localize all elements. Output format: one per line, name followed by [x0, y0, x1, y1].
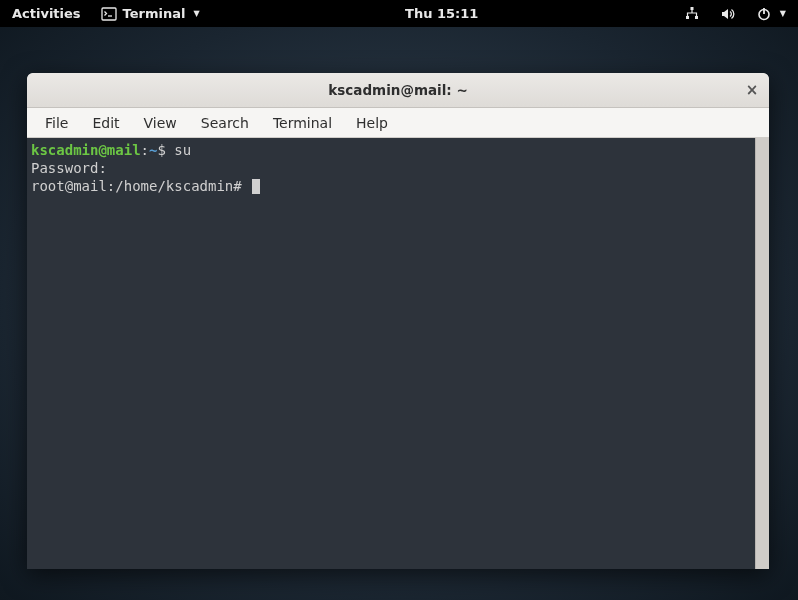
- svg-rect-0: [102, 8, 116, 20]
- menu-edit[interactable]: Edit: [80, 111, 131, 135]
- power-icon: [756, 6, 772, 22]
- clock-label: Thu 15:11: [405, 6, 478, 21]
- terminal-app-icon: [101, 6, 117, 22]
- app-menu[interactable]: Terminal ▼: [97, 6, 204, 22]
- panel-right: ▼: [680, 6, 790, 22]
- volume-icon: [720, 6, 736, 22]
- menu-terminal[interactable]: Terminal: [261, 111, 344, 135]
- prompt-user-host: kscadmin@mail: [31, 142, 141, 158]
- network-icon: [684, 6, 700, 22]
- terminal-content[interactable]: kscadmin@mail:~$ su Password: root@mail:…: [27, 138, 755, 569]
- clock-button[interactable]: Thu 15:11: [401, 6, 482, 21]
- panel-center: Thu 15:11: [401, 6, 482, 21]
- menu-file[interactable]: File: [33, 111, 80, 135]
- activities-button[interactable]: Activities: [8, 6, 85, 21]
- terminal-output-line: Password:: [31, 160, 107, 176]
- command-text: su: [174, 142, 191, 158]
- window-titlebar[interactable]: kscadmin@mail: ~ ×: [27, 73, 769, 108]
- close-button[interactable]: ×: [741, 79, 763, 101]
- svg-rect-4: [695, 16, 698, 19]
- svg-rect-3: [686, 16, 689, 19]
- prompt-sep: :: [141, 142, 149, 158]
- menu-view[interactable]: View: [132, 111, 189, 135]
- prompt-symbol: $: [157, 142, 174, 158]
- panel-left: Activities Terminal ▼: [8, 6, 204, 22]
- svg-rect-2: [690, 7, 693, 10]
- network-indicator[interactable]: [680, 6, 704, 22]
- chevron-down-icon: ▼: [193, 9, 199, 18]
- terminal-cursor: [252, 179, 260, 194]
- activities-label: Activities: [12, 6, 81, 21]
- root-prompt: root@mail:/home/kscadmin#: [31, 178, 250, 194]
- power-indicator[interactable]: ▼: [752, 6, 790, 22]
- menubar: File Edit View Search Terminal Help: [27, 108, 769, 138]
- volume-indicator[interactable]: [716, 6, 740, 22]
- close-icon: ×: [746, 81, 759, 99]
- app-menu-label: Terminal: [123, 6, 186, 21]
- chevron-down-icon: ▼: [780, 9, 786, 18]
- terminal-body: kscadmin@mail:~$ su Password: root@mail:…: [27, 138, 769, 569]
- terminal-scrollbar[interactable]: [755, 138, 769, 569]
- terminal-window: kscadmin@mail: ~ × File Edit View Search…: [27, 73, 769, 569]
- menu-search[interactable]: Search: [189, 111, 261, 135]
- gnome-top-panel: Activities Terminal ▼ Thu 15:11: [0, 0, 798, 27]
- window-title: kscadmin@mail: ~: [328, 82, 467, 98]
- menu-help[interactable]: Help: [344, 111, 400, 135]
